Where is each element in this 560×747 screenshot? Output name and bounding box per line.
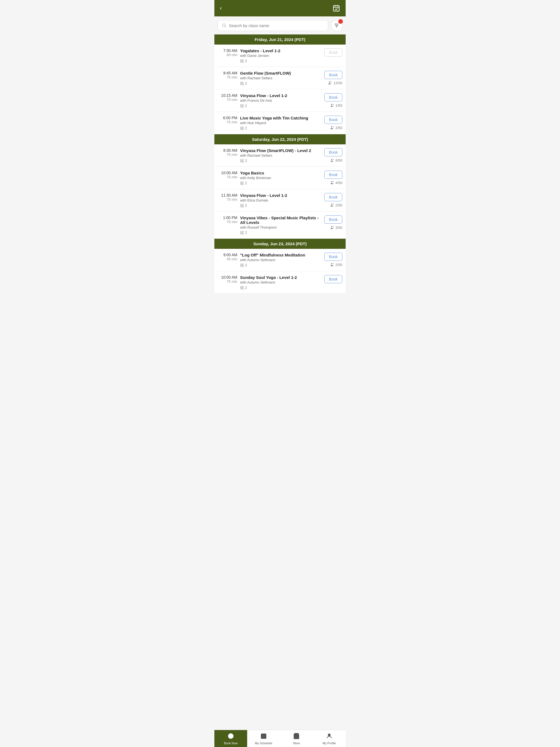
svg-rect-25 [242,106,244,107]
class-info: Sunday Soul Yoga - Level 1-2 with Autumn… [240,275,321,289]
book-button[interactable]: Book [324,193,342,201]
book-button[interactable]: Book [324,93,342,101]
class-time: 10:00 AM 75 min [218,171,237,179]
nav-item-my-schedule[interactable]: My Schedule [247,730,280,747]
class-room: 2 [240,59,321,63]
svg-rect-41 [240,183,242,185]
svg-point-39 [332,159,333,160]
class-room: 2 [240,126,321,130]
class-item: 10:00 AM 75 min Sunday Soul Yoga - Level… [214,271,346,294]
class-info: Gentle Flow (SmartFLOW) with Rachael Sel… [240,71,321,85]
class-capacity: 3/50 [330,225,342,230]
svg-point-50 [331,204,332,205]
svg-rect-30 [242,127,244,128]
filter-button[interactable] [331,20,342,31]
class-duration: 75 min [218,198,237,202]
svg-rect-54 [242,231,244,232]
class-instructor: with Eliza Dumais [240,198,321,202]
capacity-value: 12/50 [333,81,342,85]
svg-rect-47 [240,206,242,207]
book-button[interactable]: Book [324,148,342,156]
svg-rect-17 [240,84,242,85]
class-action: Book 1/50 [323,93,342,107]
search-icon [222,23,227,28]
capacity-value: 3/50 [335,226,342,230]
room-number: 2 [245,285,247,289]
class-time: 10:00 AM 75 min [218,275,237,284]
svg-point-38 [331,159,332,160]
book-button[interactable]: Book [324,71,342,79]
class-item: 7:30 AM 60 min Yogalates - Level 1-2 wit… [214,45,346,67]
svg-rect-46 [240,204,242,205]
class-capacity: 4/50 [330,180,342,185]
nav-item-store[interactable]: Store [280,730,313,747]
room-number: 2 [245,81,247,85]
class-time: 10:15 AM 75 min [218,93,237,102]
svg-point-62 [331,263,332,264]
book-button[interactable]: Book [324,253,342,261]
svg-point-20 [329,81,330,83]
search-input[interactable] [229,23,324,28]
class-action: Book [323,48,342,57]
class-time-main: 7:30 AM [218,48,237,53]
class-item: 8:45 AM 75 min Gentle Flow (SmartFLOW) w… [214,67,346,89]
class-instructor: with Danie Jensen [240,54,321,58]
capacity-value: 2/50 [335,126,342,130]
date-header-2: Sunday, Jun 23, 2024 (PDT) [214,239,346,249]
svg-point-4 [223,24,226,27]
svg-point-51 [332,204,333,205]
class-time-main: 10:00 AM [218,275,237,279]
class-room: 2 [240,203,321,208]
svg-point-33 [332,126,333,127]
svg-rect-48 [242,204,244,205]
class-time: 6:00 PM 75 min [218,115,237,124]
class-capacity: 1/50 [330,103,342,107]
book-button[interactable]: Book [324,275,342,283]
class-name: "Log Off" Mindfulness Meditation [240,253,321,257]
svg-rect-66 [242,286,244,287]
book-button[interactable]: Book [324,215,342,224]
class-name: Live Music Yoga with Tim Catching [240,115,321,120]
svg-rect-24 [242,104,244,105]
svg-rect-52 [240,231,242,232]
search-input-wrap[interactable] [218,20,328,31]
class-action: Book 12/50 [323,71,342,85]
class-time-main: 8:30 AM [218,148,237,153]
nav-item-book-now[interactable]: Book Now [214,730,247,747]
room-number: 2 [245,159,247,163]
svg-rect-67 [242,288,244,289]
book-button: Book [324,48,342,57]
calendar-icon-button[interactable] [331,3,341,13]
svg-point-32 [331,126,332,127]
class-duration: 60 min [218,53,237,57]
room-number: 2 [245,104,247,108]
class-name: Yogalates - Level 1-2 [240,48,321,53]
filter-badge [338,19,343,24]
svg-rect-13 [240,61,242,62]
class-room: 2 [240,181,321,185]
book-button[interactable]: Book [324,171,342,179]
room-number: 2 [245,263,247,267]
svg-rect-55 [242,233,244,234]
class-name: Vinyasa Flow - Level 1-2 [240,93,321,98]
svg-rect-31 [242,129,244,130]
svg-rect-58 [240,264,242,265]
class-instructor: with Autumn Sellmann [240,258,321,262]
back-button[interactable]: ‹ [219,4,223,13]
class-time-main: 8:45 AM [218,71,237,75]
svg-rect-60 [242,264,244,265]
search-container [214,17,346,34]
class-capacity: 2/50 [330,262,342,267]
class-info: Live Music Yoga with Tim Catching with N… [240,115,321,130]
nav-item-my-profile[interactable]: My Profile [313,730,346,747]
class-name: Gentle Flow (SmartFLOW) [240,71,321,75]
class-time-main: 10:15 AM [218,93,237,98]
svg-rect-36 [242,159,244,160]
book-button[interactable]: Book [324,115,342,124]
class-time: 8:30 AM 75 min [218,148,237,157]
class-action: Book 2/50 [323,193,342,207]
app-header: ‹ [214,0,346,17]
svg-point-44 [331,181,332,182]
bottom-navigation: Book Now My Schedule Store My Profile [214,730,346,747]
room-number: 2 [245,231,247,235]
